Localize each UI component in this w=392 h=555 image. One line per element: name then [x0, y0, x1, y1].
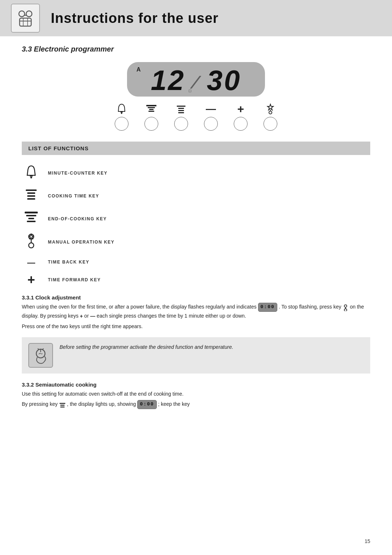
svg-point-32 [344, 305, 347, 307]
cooking-time-circle[interactable] [174, 117, 188, 131]
clock-text-2: Press one of the two keys until the righ… [22, 322, 370, 330]
clock-title: 3.3.1 Clock adjustment [22, 294, 370, 301]
logo-icon [15, 7, 36, 29]
semiauto-title: 3.3.2 Semiautomatic cooking [22, 381, 370, 388]
func-label-minute: MINUTE-COUNTER KEY [48, 171, 107, 176]
time-forward-button[interactable]: + [234, 103, 248, 131]
display-panel: A 12 ⁄ 30 □ [22, 62, 370, 131]
cooking-time-icon [176, 103, 186, 115]
svg-rect-27 [28, 218, 34, 219]
header-logo [11, 4, 40, 33]
note-box: Before setting the programmer activate t… [22, 337, 370, 374]
func-label-timeforward: TIME FORWARD KEY [48, 277, 101, 282]
clock-section: 3.3.1 Clock adjustment When using the ov… [22, 294, 370, 331]
time-forward-circle[interactable] [234, 117, 248, 131]
svg-point-20 [30, 177, 32, 179]
function-item-timeback: — TIME BACK KEY [22, 257, 370, 268]
functions-title: List of Functions [28, 145, 89, 151]
manual-circle[interactable] [264, 117, 277, 131]
svg-rect-15 [178, 110, 184, 111]
display-screen: A 12 ⁄ 30 □ [127, 62, 265, 97]
display-main-text: 12 ⁄ 30 [151, 64, 241, 94]
svg-point-8 [121, 113, 122, 114]
func-timeback-icon: — [22, 257, 41, 268]
end-cooking-icon [146, 103, 157, 115]
manual-operation-button[interactable] [264, 103, 277, 131]
function-item-minute: MINUTE-COUNTER KEY [22, 164, 370, 181]
svg-point-33 [344, 309, 347, 311]
clock-display-1: 0:00 [258, 303, 277, 312]
svg-rect-39 [60, 403, 65, 404]
svg-rect-9 [146, 105, 156, 106]
manual-icon [265, 103, 275, 115]
svg-rect-24 [27, 198, 35, 200]
function-item-endcooking: END-OF-COOKING KEY [22, 210, 370, 227]
func-manual-icon [22, 233, 41, 251]
func-endcooking-icon [22, 210, 41, 227]
semiauto-section: 3.3.2 Semiautomatic cooking Use this set… [22, 381, 370, 409]
svg-rect-16 [178, 112, 184, 113]
svg-rect-12 [148, 111, 154, 112]
cooking-key-inline [59, 400, 66, 408]
page-title: Instructions for the user [51, 11, 219, 26]
svg-rect-11 [149, 109, 154, 110]
svg-rect-23 [27, 195, 35, 197]
svg-rect-28 [27, 221, 36, 222]
svg-rect-22 [27, 192, 35, 194]
time-back-circle[interactable] [204, 117, 218, 131]
svg-rect-3 [20, 18, 31, 26]
bell-icon [117, 103, 127, 115]
cooking-time-button[interactable] [174, 103, 188, 131]
func-label-manual: MANUAL OPERATION KEY [48, 240, 115, 245]
minute-counter-button[interactable] [115, 103, 128, 131]
note-logo [28, 343, 53, 368]
display-subscript: □ [189, 89, 191, 93]
svg-rect-26 [26, 215, 36, 216]
minus-key-inline: — [90, 312, 95, 320]
svg-rect-41 [60, 407, 65, 408]
svg-rect-13 [177, 106, 185, 107]
display-superscript: A [136, 66, 141, 73]
semiauto-text-1: Use this setting for automatic oven swit… [22, 390, 370, 398]
minus-icon: — [206, 103, 216, 115]
svg-point-17 [269, 111, 272, 114]
svg-point-30 [29, 243, 34, 248]
func-label-timeback: TIME BACK KEY [48, 260, 89, 265]
button-row: — + [115, 103, 277, 131]
func-label-endcooking: END-OF-COOKING KEY [48, 216, 107, 221]
clock-text-1: When using the oven for the first time, … [22, 303, 370, 320]
function-list: MINUTE-COUNTER KEY COOKING TIME KEY [22, 162, 370, 286]
plus-icon: + [237, 103, 244, 115]
manual-key-inline [343, 303, 348, 311]
func-timeforward-icon: + [22, 273, 41, 286]
page-header: Instructions for the user [0, 0, 392, 36]
main-content: 3.3 Electronic programmer A 12 ⁄ 30 □ [0, 45, 392, 426]
function-item-manual: MANUAL OPERATION KEY [22, 233, 370, 251]
function-item-cooking: COOKING TIME KEY [22, 187, 370, 204]
minute-counter-circle[interactable] [115, 117, 128, 131]
function-item-timeforward: + TIME FORWARD KEY [22, 273, 370, 286]
svg-rect-10 [148, 107, 155, 108]
functions-section-header: List of Functions [22, 142, 370, 155]
page-number: 15 [364, 538, 370, 544]
svg-rect-14 [178, 108, 184, 109]
semiauto-text-2: By pressing key , the display lights up,… [22, 400, 370, 409]
func-bell-icon [22, 164, 41, 181]
time-back-button[interactable]: — [204, 103, 218, 131]
end-of-cooking-button[interactable] [144, 103, 158, 131]
svg-point-0 [19, 11, 25, 17]
plus-key-inline: + [80, 312, 83, 320]
end-cooking-circle[interactable] [144, 117, 158, 131]
note-text: Before setting the programmer activate t… [60, 343, 233, 351]
svg-rect-25 [25, 212, 38, 213]
func-label-cooking: COOKING TIME KEY [48, 193, 99, 199]
svg-point-1 [26, 11, 32, 17]
svg-rect-40 [60, 405, 65, 406]
func-cooking-icon [22, 187, 41, 204]
svg-rect-21 [26, 189, 37, 191]
section-title: 3.3 Electronic programmer [22, 45, 370, 53]
semiauto-display: 0:00 [137, 400, 156, 409]
